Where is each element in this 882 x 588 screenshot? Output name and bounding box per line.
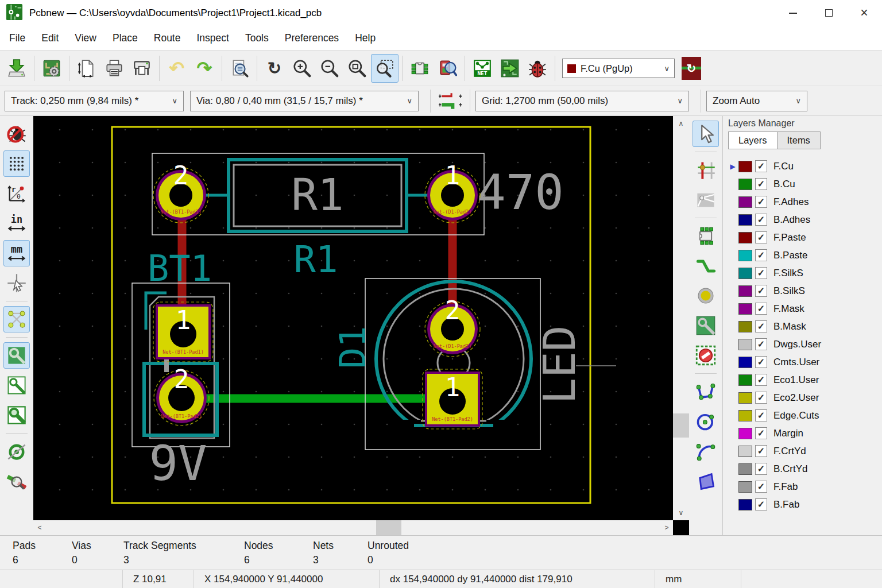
layer-row-b.mask[interactable]: ✓B.Mask [727, 318, 882, 335]
layer-color-swatch[interactable] [738, 285, 752, 297]
menu-view[interactable]: View [67, 32, 105, 44]
ratsnest-button[interactable] [3, 306, 30, 332]
layer-row-b.adhes[interactable]: ✓B.Adhes [727, 211, 882, 229]
menu-edit[interactable]: Edit [33, 32, 67, 44]
scroll-down-icon[interactable]: ∨ [673, 505, 689, 520]
tracks-sketch-button[interactable] [3, 468, 30, 494]
highlight-net-button[interactable] [693, 157, 719, 183]
scroll-right-icon[interactable]: > [660, 520, 673, 535]
layer-row-b.silks[interactable]: ✓B.SilkS [727, 282, 882, 300]
layer-visibility-checkbox[interactable]: ✓ [755, 427, 767, 439]
layer-visibility-checkbox[interactable]: ✓ [755, 214, 767, 226]
footprint-viewer-button[interactable] [434, 54, 461, 83]
footprint-editor-button[interactable] [406, 54, 434, 83]
layer-color-swatch[interactable] [738, 268, 752, 279]
layer-visibility-checkbox[interactable]: ✓ [755, 356, 767, 368]
layer-row-b.crtyd[interactable]: ✓B.CrtYd [727, 460, 882, 478]
layer-row-f.fab[interactable]: ✓F.Fab [727, 478, 882, 496]
layer-visibility-checkbox[interactable]: ✓ [755, 285, 767, 297]
layer-row-dwgs.user[interactable]: ✓Dwgs.User [727, 335, 882, 353]
find-button[interactable] [226, 54, 253, 83]
layer-color-swatch[interactable] [738, 232, 752, 243]
local-ratsnest-button[interactable] [693, 187, 719, 213]
layer-color-swatch[interactable] [738, 499, 752, 510]
zoom-fit-button[interactable] [343, 54, 371, 83]
drc-button[interactable] [524, 54, 551, 83]
via-size-selector[interactable]: Via: 0,80 / 0,40 mm (31,5 / 15,7 mils) *… [190, 91, 419, 111]
select-tool-button[interactable] [693, 121, 719, 147]
close-button[interactable]: × [846, 0, 882, 26]
pads-sketch-button[interactable] [3, 438, 30, 465]
layer-color-swatch[interactable] [738, 339, 752, 350]
page-settings-button[interactable] [73, 54, 100, 83]
add-graphic-arc-button[interactable] [693, 438, 719, 465]
layer-row-eco1.user[interactable]: ✓Eco1.User [727, 371, 882, 389]
grid-visibility-button[interactable] [3, 150, 30, 177]
menu-help[interactable]: Help [347, 32, 384, 44]
horizontal-scroll-thumb[interactable] [376, 520, 401, 535]
polar-coords-button[interactable]: rθ [3, 180, 30, 207]
layer-row-f.paste[interactable]: ✓F.Paste [727, 229, 882, 246]
layer-visibility-checkbox[interactable]: ✓ [755, 231, 767, 243]
minimize-button[interactable] [775, 0, 811, 26]
layer-visibility-checkbox[interactable]: ✓ [755, 498, 767, 510]
add-zone-button[interactable] [693, 312, 719, 339]
track-width-selector[interactable]: Track: 0,250 mm (9,84 mils) * ∨ [5, 91, 184, 111]
undo-button[interactable]: ↶ [163, 54, 191, 83]
layer-row-b.fab[interactable]: ✓B.Fab [727, 496, 882, 513]
layer-color-swatch[interactable] [738, 446, 752, 457]
layer-visibility-checkbox[interactable]: ✓ [755, 392, 767, 404]
layer-visibility-checkbox[interactable]: ✓ [755, 374, 767, 386]
zoom-out-button[interactable] [316, 54, 343, 83]
menu-route[interactable]: Route [146, 32, 189, 44]
add-graphic-polygon-button[interactable] [693, 468, 719, 494]
layer-color-swatch[interactable] [738, 250, 752, 261]
route-tracks-button[interactable] [693, 253, 719, 279]
layer-color-swatch[interactable] [738, 214, 752, 226]
layer-visibility-checkbox[interactable]: ✓ [755, 409, 767, 421]
active-layer-selector[interactable]: F.Cu (PgUp) ∨ [562, 59, 675, 78]
update-pcb-button[interactable] [496, 54, 524, 83]
grid-selector[interactable]: Grid: 1,2700 mm (50,00 mils) ∨ [475, 91, 689, 111]
layer-row-f.cu[interactable]: ▶✓F.Cu [727, 157, 882, 175]
layer-visibility-checkbox[interactable]: ✓ [755, 196, 767, 208]
plot-button[interactable] [128, 54, 156, 83]
layer-color-swatch[interactable] [738, 410, 752, 421]
layer-row-f.mask[interactable]: ✓F.Mask [727, 300, 882, 318]
print-button[interactable] [100, 54, 128, 83]
add-keepout-button[interactable] [693, 342, 719, 369]
bt1-pad-1[interactable]: 1 Net-(BT1-Pad1) [153, 302, 213, 362]
menu-preferences[interactable]: Preferences [277, 32, 347, 44]
layer-visibility-checkbox[interactable]: ✓ [755, 338, 767, 350]
layer-color-swatch[interactable] [738, 303, 752, 315]
add-graphic-line-button[interactable] [693, 378, 719, 405]
layer-row-cmts.user[interactable]: ✓Cmts.User [727, 353, 882, 371]
layer-visibility-checkbox[interactable]: ✓ [755, 481, 767, 493]
layer-color-swatch[interactable] [738, 463, 752, 475]
layer-visibility-checkbox[interactable]: ✓ [755, 303, 767, 315]
layer-row-eco2.user[interactable]: ✓Eco2.User [727, 389, 882, 407]
drc-off-button[interactable] [3, 121, 30, 147]
d1-pad-1[interactable]: 1 Net-(BT1-Pad2) [423, 369, 482, 429]
layer-visibility-checkbox[interactable]: ✓ [755, 178, 767, 190]
layer-color-swatch[interactable] [738, 161, 752, 172]
menu-tools[interactable]: Tools [237, 32, 277, 44]
zones-outline-button[interactable] [3, 372, 30, 399]
refresh-button[interactable]: ↻ [261, 54, 288, 83]
units-mm-button[interactable]: mm [3, 240, 30, 266]
add-footprint-button[interactable] [693, 223, 719, 249]
board-setup-button[interactable] [38, 54, 65, 83]
add-graphic-circle-button[interactable] [693, 408, 719, 435]
layer-row-b.paste[interactable]: ✓B.Paste [727, 246, 882, 264]
layer-color-swatch[interactable] [738, 481, 752, 493]
redo-button[interactable]: ↷ [191, 54, 218, 83]
menu-file[interactable]: File [1, 32, 33, 44]
layer-visibility-checkbox[interactable]: ✓ [755, 320, 767, 332]
tab-layers[interactable]: Layers [728, 131, 777, 149]
layer-visibility-checkbox[interactable]: ✓ [755, 267, 767, 279]
layer-color-swatch[interactable] [738, 357, 752, 368]
layer-color-swatch[interactable] [738, 321, 752, 332]
add-via-button[interactable] [693, 283, 719, 309]
zoom-selector[interactable]: Zoom Auto ∨ [706, 91, 807, 111]
layer-row-f.silks[interactable]: ✓F.SilkS [727, 264, 882, 282]
